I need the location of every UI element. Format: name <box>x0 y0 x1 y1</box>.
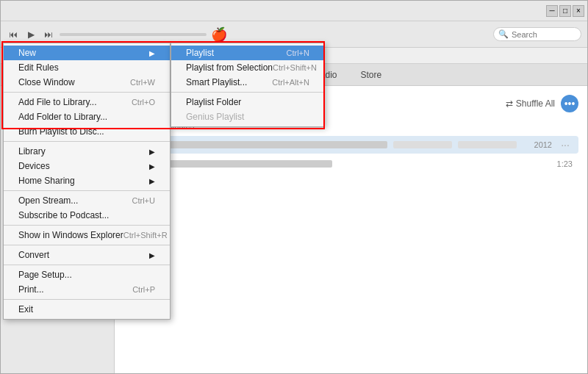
itunes-window: ─ □ × ⏮ ▶ ⏭ 🍎 🔍 File Edit Song View Cont… <box>0 0 588 374</box>
sidebar-item-audiobooks[interactable]: 📖 Audiobooks <box>1 163 114 178</box>
menu-controls[interactable]: Controls <box>126 48 171 64</box>
menu-file[interactable]: File <box>4 48 29 64</box>
rewind-button[interactable]: ⏮ <box>7 28 20 41</box>
music-icon: ♪ <box>10 107 14 117</box>
song-duration-2: 1:23 <box>547 159 573 168</box>
sidebar-header-library: Library <box>1 92 114 104</box>
content-header: ⇄ Shuffle All ••• <box>123 95 578 112</box>
song-title <box>129 141 387 148</box>
sidebar-item-music[interactable]: ♪ Music <box>1 104 114 119</box>
title-bar: ─ □ × <box>1 1 587 21</box>
sidebar-item-playlist4[interactable]: ♫ Playlist 4 <box>1 249 114 264</box>
sidebar-header-playlists: Playlists <box>1 193 114 205</box>
close-button[interactable]: × <box>573 5 584 17</box>
search-input[interactable] <box>512 30 578 39</box>
main-area: Library ♪ Music ▶ Movies 📺 TV Shows 📻 Po… <box>1 86 587 373</box>
menu-help[interactable]: Help <box>217 48 247 64</box>
maximize-button[interactable]: □ <box>559 5 571 17</box>
sidebar-item-playlist1[interactable]: ♫ Playlist 1 <box>1 205 114 220</box>
menu-bar: File Edit Song View Controls Account Hel… <box>1 48 587 64</box>
sidebar-item-movies[interactable]: ▶ Movies <box>1 119 114 134</box>
minimize-button[interactable]: ─ <box>546 5 558 17</box>
apple-logo: 🍎 <box>211 26 227 43</box>
sidebar-item-playlist2[interactable]: ♫ Playlist 2 <box>1 220 114 234</box>
sidebar-item-playlist5[interactable]: ♫ Playlist 5 <box>1 264 114 278</box>
itunesu-icon: 🎓 <box>10 180 21 190</box>
playlist-icon-2: ♫ <box>10 222 16 232</box>
song-year: 2012 <box>523 140 552 149</box>
tab-radio[interactable]: Radio <box>304 67 347 83</box>
progress-bar[interactable] <box>60 33 207 36</box>
sidebar: Library ♪ Music ▶ Movies 📺 TV Shows 📻 Po… <box>1 86 115 373</box>
tab-tvshows[interactable]: TV Shows <box>110 67 171 83</box>
toolbar: ⏮ ▶ ⏭ 🍎 🔍 <box>1 21 587 48</box>
tab-podcasts[interactable]: Podcasts <box>174 67 231 83</box>
song-artist <box>393 141 452 148</box>
search-box[interactable]: 🔍 <box>493 27 581 41</box>
song-title-2 <box>129 160 332 168</box>
play-button[interactable]: ▶ <box>24 28 37 41</box>
song-row[interactable]: 2012 ··· <box>123 136 578 154</box>
menu-song[interactable]: Song <box>60 48 92 64</box>
shuffle-icon: ⇄ <box>506 98 513 109</box>
sidebar-item-playlist3[interactable]: ♫ Playlist 3 <box>1 234 114 249</box>
shuffle-label: Shuffle All <box>516 98 555 109</box>
tv-icon: 📺 <box>10 136 21 146</box>
songs-count: 2 songs • 6 minutes <box>123 121 578 130</box>
playlist-icon-4: ♫ <box>10 251 16 262</box>
menu-edit[interactable]: Edit <box>31 48 58 64</box>
more-options-button[interactable]: ••• <box>561 95 578 112</box>
song-row[interactable]: 1:23 <box>123 157 578 171</box>
audiobook-icon: 📖 <box>10 165 21 176</box>
sidebar-item-podcasts[interactable]: 📻 Podcasts <box>1 148 114 163</box>
nav-tabs: Music Movies TV Shows Podcasts Audiobook… <box>1 64 587 86</box>
tab-music[interactable]: Music <box>12 67 56 83</box>
menu-account[interactable]: Account <box>172 48 215 64</box>
forward-button[interactable]: ⏭ <box>42 28 55 41</box>
tab-store[interactable]: Store <box>350 67 392 83</box>
song-album <box>458 141 517 148</box>
search-icon: 🔍 <box>498 29 509 39</box>
content-area: ⇄ Shuffle All ••• 2 songs • 6 minutes 20… <box>115 86 587 373</box>
tab-movies[interactable]: Movies <box>59 67 107 83</box>
sidebar-item-tvshows[interactable]: 📺 TV Shows <box>1 134 114 148</box>
menu-view[interactable]: View <box>93 48 124 64</box>
movies-icon: ▶ <box>10 121 16 132</box>
tab-audiobooks[interactable]: Audiobooks <box>234 67 301 83</box>
podcast-icon: 📻 <box>10 151 21 161</box>
window-controls: ─ □ × <box>546 5 584 17</box>
song-more-button[interactable]: ··· <box>558 139 573 151</box>
playlist-icon-5: ♫ <box>10 266 16 276</box>
shuffle-button[interactable]: ⇄ Shuffle All <box>506 98 555 109</box>
sidebar-item-itunesu[interactable]: 🎓 iTunes U <box>1 178 114 193</box>
playlist-icon-3: ♫ <box>10 237 16 247</box>
playlist-icon: ♫ <box>10 207 16 217</box>
